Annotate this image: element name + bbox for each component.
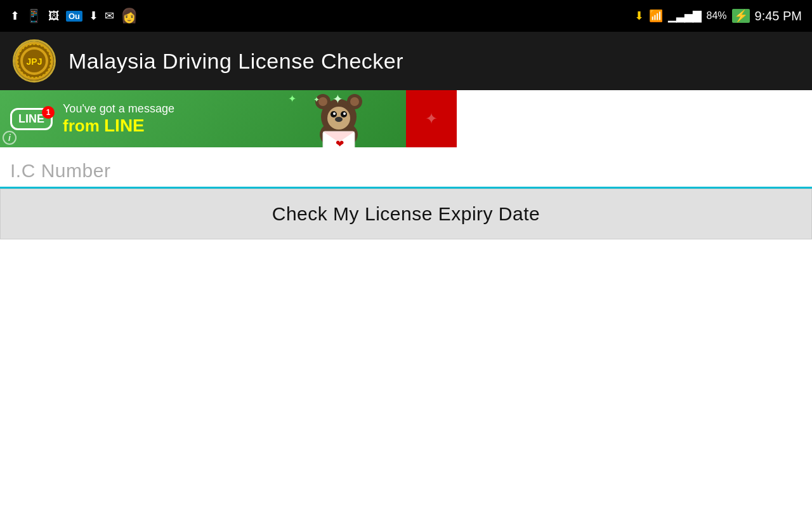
charging-icon: ⚡ [732,9,750,23]
ad-banner-row[interactable]: i LINE 1 You've got a message from LINE … [0,90,812,147]
ad-banner[interactable]: i LINE 1 You've got a message from LINE … [0,90,406,147]
whatsapp-icon: 📱 [26,8,42,23]
svg-text:JPJ: JPJ [27,57,43,67]
ad-red-area: ✦ [406,90,457,147]
svg-point-8 [318,97,327,106]
star-3-icon: ✦ [332,91,343,107]
status-time: 9:45 PM [755,9,802,23]
svg-point-10 [350,97,359,106]
battery-percent: 84% [706,10,726,22]
app-logo: JPJ [13,39,56,83]
star-1-icon: ✦ [288,93,296,105]
avatar-icon: 👩 [121,8,138,24]
line-badge: LINE 1 [10,108,53,130]
ad-top-text: You've got a message [63,102,282,116]
ad-info-icon[interactable]: i [3,131,16,145]
ad-text-area: You've got a message from LINE [63,102,282,136]
app-title: Malaysia Driving License Checker [69,49,403,74]
svg-point-15 [343,112,346,115]
outlook-icon: Ou [66,11,82,22]
svg-text:❤: ❤ [336,138,344,147]
wifi-icon: 📶 [649,9,663,23]
ic-number-input[interactable] [10,155,802,187]
mail-icon: ✉ [105,9,114,23]
signal-icon: ▁▃▅▇ [668,9,701,23]
status-bar: ⬆ 📱 🖼 Ou ⬇ ✉ 👩 ⬇ 📶 ▁▃▅▇ 84% ⚡ 9:45 PM [0,0,812,32]
usb-icon: ⬆ [10,9,20,23]
ic-number-container[interactable] [0,147,812,189]
check-license-button[interactable]: Check My License Expiry Date [0,189,812,239]
check-button-label: Check My License Expiry Date [272,203,540,225]
logo-inner: JPJ [15,41,54,81]
status-bar-left-icons: ⬆ 📱 🖼 Ou ⬇ ✉ 👩 [10,8,138,24]
image-icon: 🖼 [48,10,60,23]
app-header: JPJ Malaysia Driving License Checker [0,32,812,90]
download-icon: ⬇ [89,9,98,23]
notification-badge: 1 [42,106,55,119]
star-2-icon: ✦ [313,95,320,104]
red-area-decoration: ✦ [425,110,438,128]
ad-main-text: from LINE [63,116,282,136]
svg-point-14 [333,112,336,115]
notification-download-icon: ⬇ [634,9,644,23]
status-bar-right-icons: ⬇ 📶 ▁▃▅▇ 84% ⚡ 9:45 PM [634,9,802,23]
svg-point-16 [335,117,343,122]
